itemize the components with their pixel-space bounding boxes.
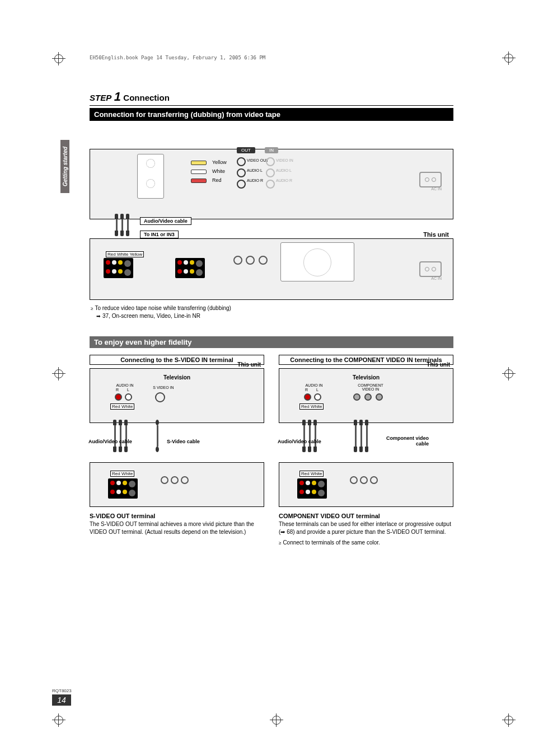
- svideo-column: Connecting to the S-VIDEO IN terminal Te…: [90, 355, 264, 552]
- redwhite-label: Red White: [110, 403, 134, 410]
- register-mark-icon: [504, 54, 513, 63]
- section-tab: Getting started: [60, 140, 69, 193]
- cable-area: Audio/Video cable Component video cable: [279, 423, 453, 462]
- jack-caption: VIDEO IN: [276, 158, 293, 162]
- register-mark-icon: [504, 716, 513, 725]
- jack-pr-icon: [376, 393, 383, 401]
- register-mark-icon: [54, 54, 63, 63]
- register-mark-icon: [54, 716, 63, 725]
- tv-panel: Television AUDIO IN R L COMPONENT VIDEO …: [279, 368, 453, 423]
- jack-caption: AUDIO L: [276, 168, 292, 172]
- note-line: 37, On-screen menu, Video, Line-in NR: [96, 312, 453, 320]
- explain-text-2: ) and provide a purer picture than the S…: [293, 529, 446, 535]
- explain-text: These terminals can be used for either i…: [279, 520, 452, 536]
- svideo-cable-icon: [156, 420, 159, 452]
- rwy-label: Red White Yellow: [106, 251, 144, 257]
- section-bar-fidelity: To enjoy even higher fidelity: [90, 336, 453, 348]
- in-label: IN: [265, 147, 278, 153]
- step-title: STEP 1 Connection: [90, 90, 453, 106]
- ac-in-icon: [419, 261, 442, 277]
- av-cable-midlabel: Audio/Video cable: [88, 439, 132, 444]
- tv-label: Television: [284, 374, 448, 381]
- jack-y-icon: [353, 393, 360, 401]
- page-ref: 68: [287, 529, 293, 535]
- explain-title: COMPONENT VIDEO OUT terminal: [279, 513, 453, 519]
- jack-pb-icon: [364, 393, 372, 401]
- jack-caption: AUDIO R: [276, 179, 292, 182]
- jack-caption: AUDIO R: [247, 179, 263, 182]
- tv-label: Television: [95, 374, 259, 381]
- component-jacks: [233, 256, 268, 267]
- component-jacks: [161, 476, 189, 485]
- jack-icon: [146, 159, 155, 168]
- rca-plug-white-icon: [191, 170, 207, 174]
- unit-diagram: Red White Yellow: [90, 238, 453, 300]
- cable-area: Audio/Video cable S-Video cable: [90, 423, 264, 462]
- r-label: R: [116, 388, 119, 392]
- note-line: Connect to terminals of the same color.: [279, 539, 453, 547]
- jack-white-icon: [314, 393, 321, 401]
- ac-in-label: AC IN: [431, 276, 442, 280]
- rear-panel-row: [108, 487, 138, 499]
- color-label-yellow: Yellow: [212, 159, 227, 165]
- redwhite-label: Red White: [299, 403, 324, 410]
- color-label-white: White: [212, 168, 225, 174]
- notes-list: To reduce video tape noise while transfe…: [90, 304, 453, 320]
- step-number: 1: [114, 90, 121, 104]
- page-content: EH50English.book Page 14 Tuesday, Februa…: [90, 47, 453, 552]
- jack-icon: [266, 157, 275, 166]
- svideo-jack-icon: [155, 392, 165, 402]
- audio-in-label: AUDIO IN: [115, 383, 135, 387]
- unit-panel: Red White: [90, 462, 264, 507]
- av-cable-tag: Audio/Video cable: [140, 217, 191, 225]
- jack-icon: [237, 168, 246, 177]
- redwhite-label: Red White: [299, 471, 324, 477]
- vcr-diagram: Yellow White Red OUT IN VIDEO OUT AUDIO …: [90, 149, 453, 219]
- cv-cable-midlabel: Component video cable: [378, 435, 429, 447]
- av-cable-icon: [302, 420, 317, 452]
- jack-icon: [266, 168, 275, 177]
- tv-panel: Television AUDIO IN R L S VIDEO IN Red W…: [90, 368, 264, 423]
- in-jacks: [266, 157, 275, 189]
- jack-icon: [237, 180, 246, 189]
- redwhite-label: Red White: [110, 471, 134, 477]
- jack-caption: AUDIO L: [247, 168, 263, 172]
- r-label: R: [305, 388, 308, 392]
- sv-cable-midlabel: S-Video cable: [167, 439, 200, 444]
- register-mark-icon: [504, 369, 513, 378]
- this-unit-label: This unit: [423, 231, 449, 238]
- out-label: OUT: [237, 147, 255, 153]
- vcr-front-outline: [137, 154, 164, 199]
- jack-icon: [266, 180, 275, 189]
- rca-plug-red-icon: [191, 179, 207, 183]
- note-line: To reduce video tape noise while transfe…: [91, 304, 453, 312]
- step-subtitle: Connection: [123, 93, 170, 102]
- svideo-in-label: S VIDEO IN: [151, 386, 176, 389]
- component-cable-icon: [354, 420, 368, 452]
- component-in-label: COMPONENT VIDEO IN: [352, 383, 389, 391]
- section-bar-dubbing: Connection for transferring (dubbing) fr…: [90, 108, 453, 121]
- unit-label: This unit: [427, 361, 450, 368]
- audio-in-label: AUDIO IN: [304, 383, 324, 387]
- unit-panel: Red White: [279, 462, 453, 507]
- ac-in-icon: [419, 172, 442, 187]
- color-label-red: Red: [212, 177, 222, 183]
- fidelity-columns: Connecting to the S-VIDEO IN terminal Te…: [90, 355, 453, 552]
- doc-code: RQT8023: [52, 688, 72, 693]
- jack-icon: [237, 157, 246, 166]
- jack-red-icon: [115, 393, 122, 401]
- pdf-header-line: EH50English.book Page 14 Tuesday, Februa…: [90, 55, 453, 60]
- jack-red-icon: [304, 393, 311, 401]
- register-mark-icon: [54, 369, 63, 378]
- jack-caption: VIDEO OUT: [247, 158, 269, 162]
- explain-text: The S-VIDEO OUT terminal achieves a more…: [90, 520, 263, 536]
- explain-title: S-VIDEO OUT terminal: [90, 513, 264, 519]
- register-mark-icon: [272, 716, 281, 725]
- component-jacks: [350, 476, 378, 485]
- jack-icon: [146, 179, 155, 188]
- rear-panel-row: [104, 267, 133, 278]
- cable-bundle-icon: [115, 214, 129, 236]
- rca-plug-yellow-icon: [191, 161, 207, 165]
- page-number: 14: [52, 694, 71, 706]
- jack-white-icon: [125, 393, 132, 401]
